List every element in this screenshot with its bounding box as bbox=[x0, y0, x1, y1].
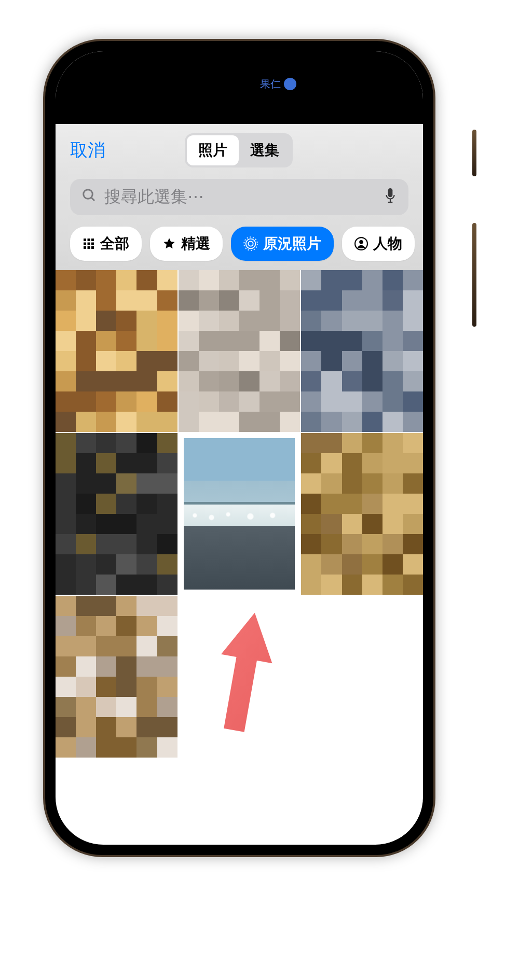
microphone-icon[interactable] bbox=[384, 187, 397, 208]
person-icon bbox=[354, 237, 368, 250]
picker-header: 取消 照片 選集 bbox=[56, 124, 423, 175]
photo-thumbnail[interactable] bbox=[56, 270, 177, 432]
cancel-button[interactable]: 取消 bbox=[70, 138, 105, 162]
segmented-control[interactable]: 照片 選集 bbox=[185, 133, 293, 167]
chip-label: 原況照片 bbox=[263, 234, 321, 254]
dynamic-island[interactable]: 果仁 bbox=[172, 67, 307, 101]
star-icon bbox=[162, 237, 176, 250]
svg-point-15 bbox=[246, 239, 256, 249]
svg-line-1 bbox=[91, 197, 94, 200]
screen: 果仁 取消 照片 選集 搜尋此選集⋯ bbox=[56, 51, 423, 845]
chip-label: 精選 bbox=[181, 234, 210, 254]
island-label: 果仁 bbox=[260, 77, 281, 91]
search-placeholder: 搜尋此選集⋯ bbox=[104, 186, 384, 208]
filter-chip-featured[interactable]: 精選 bbox=[150, 227, 223, 261]
svg-point-18 bbox=[359, 240, 363, 244]
svg-rect-12 bbox=[88, 246, 90, 249]
search-container: 搜尋此選集⋯ bbox=[56, 175, 423, 223]
segment-photos[interactable]: 照片 bbox=[187, 135, 239, 165]
svg-rect-6 bbox=[88, 239, 90, 241]
photo-grid bbox=[56, 270, 423, 758]
photo-thumbnail[interactable] bbox=[56, 433, 177, 595]
photo-thumbnail[interactable] bbox=[56, 596, 177, 758]
grid-icon bbox=[83, 237, 95, 250]
status-bar-area: 果仁 bbox=[56, 51, 423, 124]
device-power-button bbox=[472, 223, 476, 327]
photo-grid-scroll[interactable] bbox=[56, 270, 423, 845]
svg-rect-10 bbox=[91, 243, 94, 245]
svg-point-14 bbox=[248, 241, 253, 246]
svg-rect-8 bbox=[84, 243, 86, 245]
chip-label: 人物 bbox=[373, 234, 402, 254]
svg-rect-11 bbox=[84, 246, 86, 249]
chip-label: 全部 bbox=[100, 234, 129, 254]
svg-rect-5 bbox=[84, 239, 86, 241]
photo-thumbnail[interactable] bbox=[301, 433, 423, 595]
search-field[interactable]: 搜尋此選集⋯ bbox=[70, 179, 408, 215]
empty-grid-cell bbox=[179, 596, 301, 758]
filter-chips-row[interactable]: 全部 精選 原況照片 bbox=[56, 223, 423, 270]
svg-rect-9 bbox=[88, 243, 90, 245]
svg-point-0 bbox=[84, 189, 93, 199]
selected-photo-beach[interactable] bbox=[182, 436, 297, 592]
device-side-button bbox=[472, 130, 476, 176]
iphone-frame: 果仁 取消 照片 選集 搜尋此選集⋯ bbox=[45, 41, 433, 855]
photo-thumbnail-selected[interactable] bbox=[179, 433, 301, 595]
filter-chip-live-photos[interactable]: 原況照片 bbox=[231, 227, 334, 261]
island-indicator-icon bbox=[284, 78, 296, 90]
photo-thumbnail[interactable] bbox=[179, 270, 301, 432]
segment-collections[interactable]: 選集 bbox=[239, 135, 291, 165]
svg-rect-7 bbox=[91, 239, 94, 241]
filter-chip-all[interactable]: 全部 bbox=[70, 227, 142, 261]
empty-grid-cell bbox=[301, 596, 423, 758]
photo-thumbnail[interactable] bbox=[301, 270, 423, 432]
svg-rect-13 bbox=[91, 246, 94, 249]
filter-chip-people[interactable]: 人物 bbox=[342, 227, 415, 261]
svg-rect-2 bbox=[388, 188, 393, 197]
search-icon bbox=[81, 187, 97, 207]
live-photo-icon bbox=[243, 236, 258, 251]
